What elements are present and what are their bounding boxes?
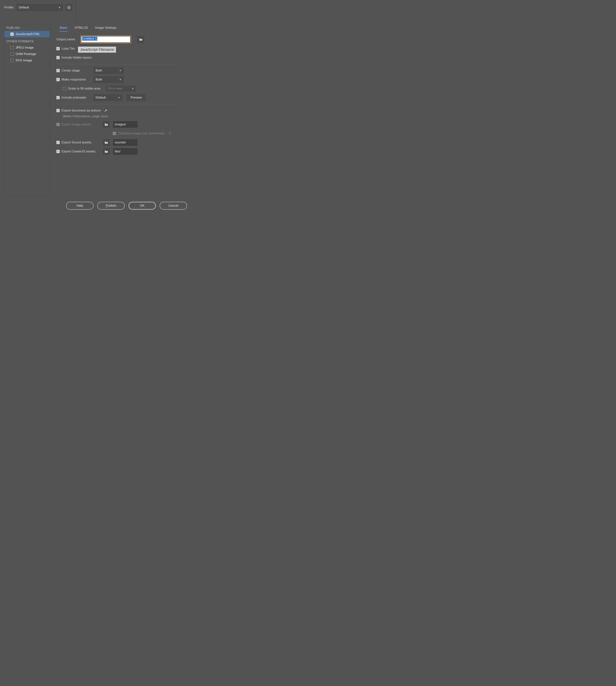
export-as-texture-label: Export document as texture [62,109,101,112]
publish-button-label: Publish [106,204,116,208]
chevron-down-icon: ▼ [119,78,122,81]
wrench-icon[interactable] [104,109,107,112]
sidebar-item-label: SVG Image [16,59,32,62]
images-path-input[interactable]: images/ [113,121,137,128]
wrench-icon [168,132,171,135]
output-name-field-wrap: Untitled-1 [80,36,131,43]
ok-button-label: OK [140,204,145,208]
preloader-value: Default [95,96,106,99]
sidebar-item-oam[interactable]: OAM Package [4,51,50,57]
sidebar-item-label: JPEG Image [16,46,34,49]
folder-icon [105,123,108,126]
sounds-path-value: sounds/ [115,141,126,144]
checkbox-make-responsive[interactable] [56,78,60,81]
publish-button[interactable]: Publish [97,202,125,210]
center-stage-value: Both [95,69,102,72]
divider [56,104,177,104]
ok-button[interactable]: OK [129,202,156,210]
checkbox-oam[interactable] [10,52,14,56]
center-stage-label: Center stage [62,69,92,72]
folder-open-icon [139,38,143,41]
chevron-down-icon: ▼ [118,96,120,99]
checkbox-include-preloader[interactable] [56,96,60,99]
preview-button[interactable]: Preview [127,94,145,101]
export-sound-assets-label: Export Sound assets: [62,141,101,144]
export-image-assets-label: Export Image assets: [62,122,101,126]
folder-icon [105,150,108,153]
cancel-button-label: Cancel [169,204,178,208]
checkbox-export-sound-assets[interactable] [56,141,60,144]
libs-path-value: libs/ [115,150,120,153]
browse-output-button[interactable] [137,36,144,43]
profile-settings-button[interactable] [66,4,72,11]
preview-button-label: Preview [131,96,142,99]
gear-icon [67,6,71,9]
cancel-button[interactable]: Cancel [160,202,187,210]
checkbox-export-createjs-assets[interactable] [56,150,60,153]
sidebar-item-jpeg[interactable]: JPEG Image [4,45,50,51]
sidebar-header-publish: PUBLISH [4,24,50,31]
include-preloader-label: Include preloader [62,96,92,99]
vertical-divider [76,0,76,22]
images-path-value: images/ [115,122,126,126]
profile-label: Profile: [4,6,14,9]
combine-spritesheet-label: Combine images into spritesheet [118,132,164,135]
checkbox-loop-timeline[interactable] [56,47,60,50]
browse-images-button[interactable] [103,121,110,128]
output-name-label: Output name: [56,38,79,41]
sidebar-item-label: OAM Package [16,52,36,56]
chevron-down-icon: ▼ [59,6,61,9]
tab-html-js[interactable]: HTML/JS [75,26,88,32]
output-name-tooltip: JavaScript Filename [78,47,116,53]
checkbox-combine-spritesheet [113,132,116,135]
tab-image-settings[interactable]: Image Settings [95,26,116,32]
checkbox-jpeg[interactable] [10,46,14,49]
checkbox-javascript-html[interactable] [10,32,14,36]
libs-path-input[interactable]: libs/ [113,148,137,155]
svg-point-0 [69,7,69,8]
sidebar-header-other: OTHER FORMATS [4,37,50,45]
sidebar-item-svg[interactable]: SVG Image [4,57,50,64]
make-responsive-value: Both [95,78,102,82]
output-name-input[interactable]: Untitled-1 [81,36,130,43]
divider [56,64,177,64]
profile-select-value: Default [19,6,29,9]
include-hidden-layers-label: Include hidden layers [62,56,92,60]
folder-icon [105,141,108,144]
loop-timeline-label: Loop Tim [62,47,75,50]
format-sidebar: PUBLISH JavaScript/HTML OTHER FORMATS JP… [4,24,50,196]
checkbox-export-image-assets [56,123,60,126]
checkbox-include-hidden-layers[interactable] [56,56,60,59]
make-responsive-label: Make responsive [62,78,92,82]
sidebar-item-label: JavaScript/HTML [16,32,40,36]
export-createjs-assets-label: Export CreateJS assets: [62,150,101,153]
preloader-select[interactable]: Default ▼ [93,94,122,101]
export-as-texture-note: (Better Performance, Larger Size) [56,115,182,118]
checkbox-export-as-texture[interactable] [56,109,60,112]
output-name-value: Untitled-1 [82,37,97,41]
make-responsive-select[interactable]: Both ▼ [93,76,124,83]
main-panel: Basic HTML/JS Image Settings Output name… [56,26,182,157]
sounds-path-input[interactable]: sounds/ [113,139,137,146]
checkbox-svg[interactable] [10,59,14,62]
scale-to-fill-value: Fit in view [108,87,122,90]
center-stage-select[interactable]: Both ▼ [93,67,124,74]
chevron-down-icon: ▼ [132,87,134,90]
checkbox-scale-to-fill[interactable] [63,87,66,90]
checkbox-center-stage[interactable] [56,69,60,72]
sidebar-item-javascript-html[interactable]: JavaScript/HTML [4,31,50,37]
scale-to-fill-label: Scale to fill visible area [68,87,104,90]
browse-sounds-button[interactable] [103,139,110,146]
help-button[interactable]: Help [66,202,93,210]
profile-select[interactable]: Default ▼ [17,4,63,11]
browse-libs-button[interactable] [103,148,110,155]
scale-to-fill-select: Fit in view ▼ [106,85,136,92]
chevron-down-icon: ▼ [119,69,122,72]
help-button-label: Help [76,204,83,208]
tab-basic[interactable]: Basic [60,26,68,32]
